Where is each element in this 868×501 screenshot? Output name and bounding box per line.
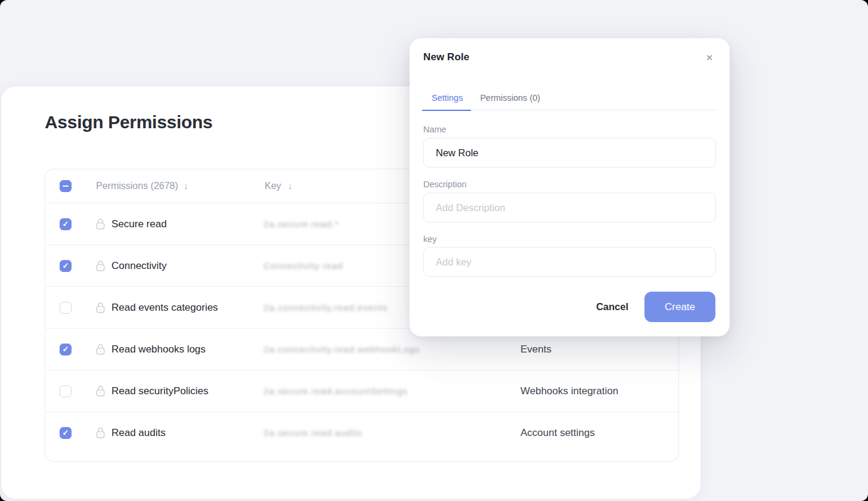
modal-title: New Role [423,51,469,63]
row-checkbox[interactable] [60,260,72,272]
description-input[interactable] [423,193,716,222]
permission-category: Account settings [520,427,678,439]
modal-tabs: Settings Permissions (0) [422,93,716,110]
permission-key-blurred: 2a.secure.read.accountSettings [264,386,520,397]
permission-name: Read events categories [111,302,264,314]
row-checkbox[interactable] [60,385,72,397]
permission-category: Webhooks integration [520,385,678,397]
row-checkbox[interactable] [60,344,72,355]
name-label: Name [423,125,447,134]
lock-icon [95,302,111,314]
lock-icon [95,218,111,230]
permission-category: Events [520,344,678,355]
cancel-button[interactable]: Cancel [594,292,630,322]
select-all-checkbox[interactable] [60,180,72,192]
key-column-header[interactable]: Key [265,181,281,191]
name-input[interactable] [423,138,716,168]
sort-arrow-icon[interactable]: ↓ [288,181,293,191]
permission-key-blurred: 2a.connectivity.read.webhookLogs [264,344,520,355]
create-button[interactable]: Create [644,292,715,322]
description-label: Description [423,180,467,189]
row-checkbox[interactable] [60,427,72,439]
table-row[interactable]: Read securityPolicies 2a.secure.read.acc… [45,370,678,412]
key-label: key [423,234,437,244]
row-checkbox[interactable] [60,302,72,314]
permissions-column-header[interactable]: Permissions (2678) [96,181,178,191]
lock-icon [95,260,111,272]
permission-name: Read securityPolicies [111,385,264,397]
permission-name: Read audits [111,427,264,439]
key-input[interactable] [423,247,716,277]
permission-name: Connectivity [111,260,264,272]
tab-permissions[interactable]: Permissions (0) [480,93,548,110]
permission-name: Read webhooks logs [111,344,264,355]
sort-arrow-icon[interactable]: ↓ [184,181,188,191]
lock-icon [95,344,111,355]
page-title: Assign Permissions [45,112,212,132]
app-screen: Assign Permissions Permissions (2678) ↓ … [0,0,868,501]
lock-icon [95,385,111,397]
table-row[interactable]: Read audits 2a.secure.read.audits Accoun… [45,412,678,453]
permission-name: Secure read [111,218,264,230]
tab-settings[interactable]: Settings [422,93,471,111]
row-checkbox[interactable] [60,218,72,230]
lock-icon [95,427,111,439]
permission-key-blurred: 2a.secure.read.audits [264,428,520,438]
close-icon[interactable]: ✕ [702,51,717,65]
new-role-modal: New Role ✕ Settings Permissions (0) Name… [410,38,730,336]
